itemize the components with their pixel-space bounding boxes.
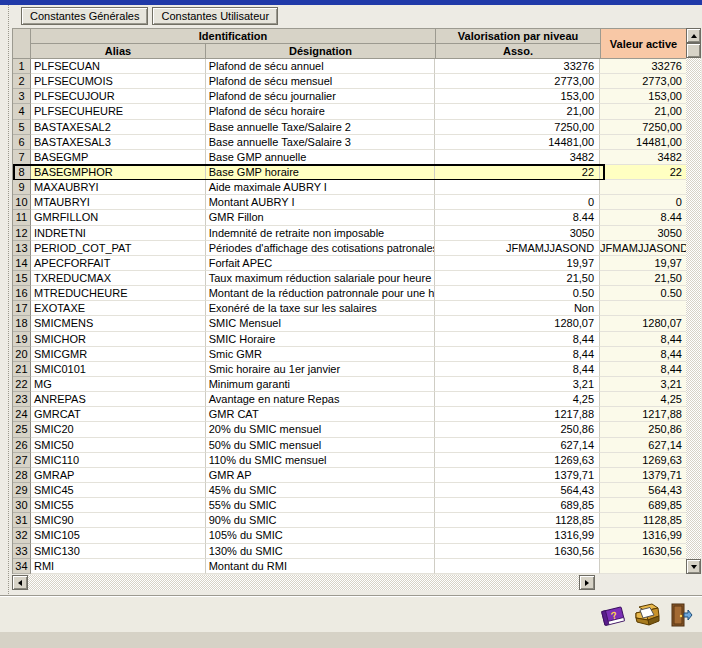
asso-value-cell[interactable]: 33276	[435, 59, 600, 74]
asso-value-cell[interactable]	[435, 559, 600, 574]
valeur-active-cell[interactable]: 1316,99	[600, 528, 686, 543]
table-row[interactable]: 6 BASTAXESAL3 Base annuelle Taxe/Salaire…	[13, 135, 686, 150]
asso-value-cell[interactable]: 8,44	[435, 362, 600, 377]
alias-cell[interactable]: TXREDUCMAX	[31, 271, 206, 286]
alias-cell[interactable]: SMIC105	[31, 528, 206, 543]
asso-value-cell[interactable]: 689,85	[435, 498, 600, 513]
alias-cell[interactable]: MG	[31, 377, 206, 392]
valeur-active-cell[interactable]: 0	[600, 195, 686, 210]
asso-value-cell[interactable]: 564,43	[435, 483, 600, 498]
scroll-up-button[interactable]	[686, 28, 701, 43]
table-row[interactable]: 33 SMIC130 130% du SMIC 1630,56 1630,56	[13, 544, 686, 559]
table-row[interactable]: 19 SMICHOR SMIC Horaire 8,44 8,44	[13, 332, 686, 347]
asso-value-cell[interactable]: 21,50	[435, 271, 600, 286]
scroll-right-button[interactable]	[579, 575, 595, 590]
alias-cell[interactable]: PLFSECUJOUR	[31, 89, 206, 104]
designation-cell[interactable]: Montant AUBRY I	[206, 195, 436, 210]
valeur-active-cell[interactable]: 250,86	[600, 422, 686, 437]
asso-value-cell[interactable]: 3050	[435, 226, 600, 241]
vertical-scroll-thumb[interactable]	[686, 43, 701, 58]
table-row[interactable]: 17 EXOTAXE Exonéré de la taxe sur les sa…	[13, 301, 686, 316]
asso-value-cell[interactable]: 21,00	[435, 104, 600, 119]
designation-cell[interactable]: Périodes d'affichage des cotisations pat…	[206, 241, 436, 256]
alias-cell[interactable]: SMICMENS	[31, 316, 206, 331]
asso-value-cell[interactable]: 1379,71	[435, 468, 600, 483]
valeur-active-cell[interactable]: 1379,71	[600, 468, 686, 483]
print-button[interactable]	[632, 600, 662, 630]
designation-cell[interactable]: Smic horaire au 1er janvier	[206, 362, 436, 377]
valeur-active-cell[interactable]: 21,00	[600, 104, 686, 119]
asso-value-cell[interactable]: 1316,99	[435, 528, 600, 543]
designation-cell[interactable]: Smic GMR	[206, 347, 436, 362]
valeur-active-cell[interactable]: 1280,07	[600, 316, 686, 331]
horizontal-scrollbar[interactable]	[12, 575, 595, 590]
asso-value-cell[interactable]: 1280,07	[435, 316, 600, 331]
valeur-active-cell[interactable]: 33276	[600, 59, 686, 74]
alias-cell[interactable]: MTAUBRYI	[31, 195, 206, 210]
tab-constantes-utilisateur[interactable]: Constantes Utilisateur	[152, 7, 278, 25]
asso-value-cell[interactable]: 22	[435, 165, 600, 180]
alias-cell[interactable]: PLFSECUHEURE	[31, 104, 206, 119]
alias-cell[interactable]: MAXAUBRYI	[31, 180, 206, 195]
alias-cell[interactable]: EXOTAXE	[31, 301, 206, 316]
asso-value-cell[interactable]: 4,25	[435, 392, 600, 407]
table-row[interactable]: 20 SMICGMR Smic GMR 8,44 8,44	[13, 347, 686, 362]
table-row[interactable]: 27 SMIC110 110% du SMIC mensuel 1269,63 …	[13, 453, 686, 468]
designation-cell[interactable]: Base annuelle Taxe/Salaire 2	[206, 120, 436, 135]
table-row[interactable]: 26 SMIC50 50% du SMIC mensuel 627,14 627…	[13, 438, 686, 453]
valeur-active-cell[interactable]: 1128,85	[600, 513, 686, 528]
table-row[interactable]: 15 TXREDUCMAX Taux maximum réduction sal…	[13, 271, 686, 286]
asso-value-cell[interactable]: 3482	[435, 150, 600, 165]
table-row[interactable]: 24 GMRCAT GMR CAT 1217,88 1217,88	[13, 407, 686, 422]
valeur-active-cell[interactable]: 627,14	[600, 438, 686, 453]
valeur-active-cell[interactable]: 564,43	[600, 483, 686, 498]
horizontal-scroll-track[interactable]	[28, 575, 579, 590]
asso-value-cell[interactable]: 1630,56	[435, 544, 600, 559]
designation-cell[interactable]: Indemnité de retraite non imposable	[206, 226, 436, 241]
asso-value-cell[interactable]: 1217,88	[435, 407, 600, 422]
valeur-active-cell[interactable]: 7250,00	[600, 120, 686, 135]
valeur-active-cell[interactable]: 1269,63	[600, 453, 686, 468]
designation-cell[interactable]: Aide maximale AUBRY I	[206, 180, 436, 195]
valeur-active-cell[interactable]: 2773,00	[600, 74, 686, 89]
designation-cell[interactable]: Forfait APEC	[206, 256, 436, 271]
alias-cell[interactable]: APECFORFAIT	[31, 256, 206, 271]
table-row[interactable]: 32 SMIC105 105% du SMIC 1316,99 1316,99	[13, 528, 686, 543]
alias-cell[interactable]: BASTAXESAL3	[31, 135, 206, 150]
table-row[interactable]: 25 SMIC20 20% du SMIC mensuel 250,86 250…	[13, 422, 686, 437]
table-row[interactable]: 29 SMIC45 45% du SMIC 564,43 564,43	[13, 483, 686, 498]
valeur-active-cell[interactable]: 3482	[600, 150, 686, 165]
valeur-active-cell[interactable]	[600, 301, 686, 316]
designation-cell[interactable]: 130% du SMIC	[206, 544, 436, 559]
vertical-scroll-track[interactable]	[686, 58, 701, 559]
alias-cell[interactable]: SMIC110	[31, 453, 206, 468]
alias-cell[interactable]: BASEGMP	[31, 150, 206, 165]
table-row[interactable]: 16 MTREDUCHEURE Montant de la réduction …	[13, 286, 686, 301]
asso-value-cell[interactable]: Non	[435, 301, 600, 316]
alias-cell[interactable]: ANREPAS	[31, 392, 206, 407]
valeur-active-cell[interactable]: 4,25	[600, 392, 686, 407]
designation-cell[interactable]: 110% du SMIC mensuel	[206, 453, 436, 468]
table-row[interactable]: 4 PLFSECUHEURE Plafond de sécu horaire 2…	[13, 104, 686, 119]
valeur-active-cell[interactable]: 8,44	[600, 347, 686, 362]
alias-cell[interactable]: SMIC50	[31, 438, 206, 453]
table-row[interactable]: 3 PLFSECUJOUR Plafond de sécu journalier…	[13, 89, 686, 104]
valeur-active-cell[interactable]: 21,50	[600, 271, 686, 286]
alias-cell[interactable]: SMICGMR	[31, 347, 206, 362]
designation-cell[interactable]: Plafond de sécu annuel	[206, 59, 436, 74]
valeur-active-cell[interactable]: 8,44	[600, 362, 686, 377]
valeur-active-cell[interactable]: JFMAMJJASOND	[600, 241, 686, 256]
table-row[interactable]: 28 GMRAP GMR AP 1379,71 1379,71	[13, 468, 686, 483]
asso-value-cell[interactable]: 153,00	[435, 89, 600, 104]
alias-cell[interactable]: MTREDUCHEURE	[31, 286, 206, 301]
alias-cell[interactable]: GMRCAT	[31, 407, 206, 422]
asso-value-cell[interactable]: 2773,00	[435, 74, 600, 89]
help-button[interactable]: ?	[598, 600, 628, 630]
designation-cell[interactable]: Minimum garanti	[206, 377, 436, 392]
valeur-active-cell[interactable]: 3,21	[600, 377, 686, 392]
designation-cell[interactable]: Avantage en nature Repas	[206, 392, 436, 407]
designation-cell[interactable]: Exonéré de la taxe sur les salaires	[206, 301, 436, 316]
alias-cell[interactable]: SMIC55	[31, 498, 206, 513]
table-row[interactable]: 2 PLFSECUMOIS Plafond de sécu mensuel 27…	[13, 74, 686, 89]
alias-cell[interactable]: GMRFILLON	[31, 210, 206, 225]
